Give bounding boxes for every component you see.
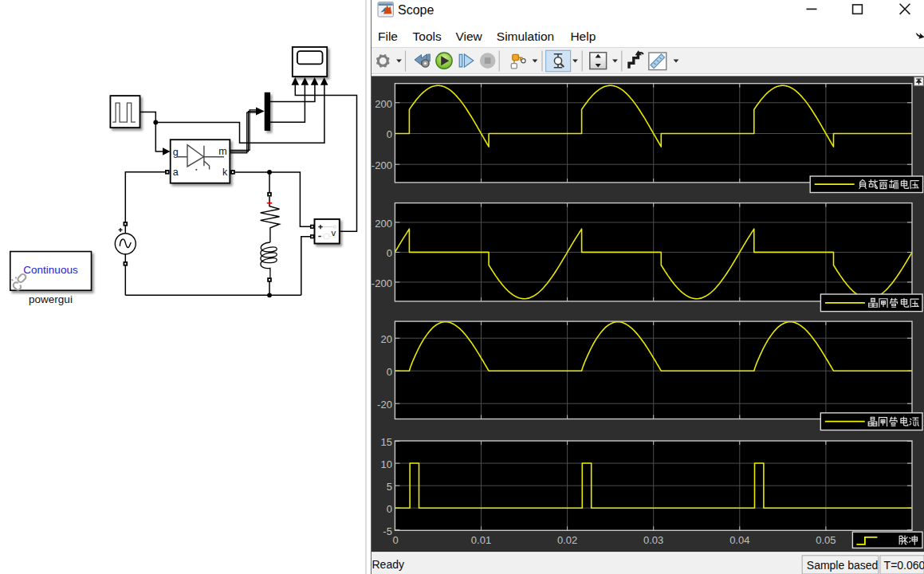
svg-text:0: 0 bbox=[387, 366, 392, 378]
svg-text:5: 5 bbox=[387, 481, 392, 493]
svg-text:Help: Help bbox=[570, 29, 596, 43]
svg-text:k: k bbox=[222, 167, 228, 178]
svg-text:0: 0 bbox=[392, 534, 398, 546]
svg-text:View: View bbox=[455, 29, 482, 43]
svg-text:-200: -200 bbox=[372, 277, 392, 289]
svg-text:0.02: 0.02 bbox=[557, 534, 577, 546]
svg-text:0: 0 bbox=[387, 247, 392, 259]
svg-text:a: a bbox=[173, 167, 179, 178]
svg-text:200: 200 bbox=[375, 218, 392, 230]
svg-text:0: 0 bbox=[387, 503, 392, 515]
svg-text:Tools: Tools bbox=[413, 29, 442, 43]
svg-text:-200: -200 bbox=[372, 159, 392, 171]
svg-text:T=0.060: T=0.060 bbox=[884, 559, 924, 572]
svg-text:15: 15 bbox=[380, 436, 391, 448]
svg-text:0.01: 0.01 bbox=[471, 534, 491, 546]
svg-text:200: 200 bbox=[375, 98, 392, 110]
svg-text:Continuous: Continuous bbox=[23, 264, 78, 276]
svg-text:10: 10 bbox=[380, 458, 391, 470]
svg-text:powergui: powergui bbox=[29, 293, 73, 305]
svg-text:m: m bbox=[218, 146, 226, 157]
svg-text:0.03: 0.03 bbox=[643, 534, 663, 546]
svg-text:v: v bbox=[332, 228, 336, 238]
svg-text:0.05: 0.05 bbox=[816, 534, 836, 546]
svg-text:Scope: Scope bbox=[398, 3, 434, 17]
svg-text:g: g bbox=[173, 147, 179, 158]
svg-text:Simulation: Simulation bbox=[497, 29, 554, 43]
svg-text:File: File bbox=[378, 29, 398, 43]
svg-text:Sample based: Sample based bbox=[807, 559, 879, 572]
svg-text:Ready: Ready bbox=[372, 558, 404, 571]
svg-text:-5: -5 bbox=[383, 525, 392, 537]
svg-text:20: 20 bbox=[380, 333, 391, 345]
svg-text:-20: -20 bbox=[377, 399, 392, 411]
svg-text:0.04: 0.04 bbox=[729, 534, 749, 546]
svg-text:0: 0 bbox=[387, 128, 392, 140]
